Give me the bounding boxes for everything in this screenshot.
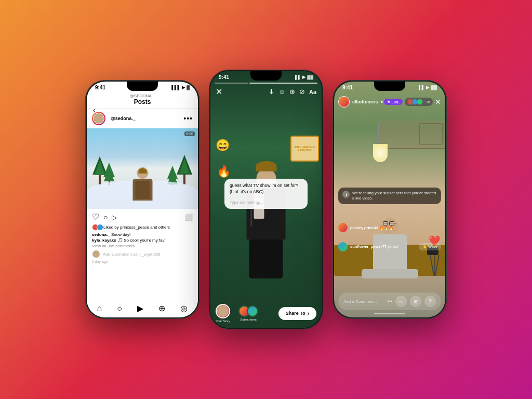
header-username: @SEDONA._ xyxy=(93,94,192,98)
status-time-1: 9:41 xyxy=(95,85,105,90)
live-comment-1: paisley.print.48 🔥🔥🔥 xyxy=(338,223,441,232)
comment2-text: sunflower_power77 joined xyxy=(350,244,398,249)
viewers-count: +6 xyxy=(426,100,430,104)
caption-row: sedona._ Snow day! xyxy=(87,232,198,237)
live-bottom-icons: ••• ⇨ ⊕ ? xyxy=(388,296,436,307)
comment1-text: paisley.print.48 🔥🔥🔥 xyxy=(350,225,393,230)
posts-header: ‹ @SEDONA._ Posts xyxy=(87,91,198,109)
notch-3 xyxy=(374,82,405,91)
live-user-avatar[interactable] xyxy=(338,96,350,108)
nav-reels[interactable]: ▶ xyxy=(137,303,143,313)
comment2-avatar xyxy=(338,242,348,251)
story-avatars-row: Your Story Subscribers xyxy=(216,304,258,323)
phones-container: 9:41 ▌▌▌ ▶ ▓ ‹ @SEDONA._ Posts xyxy=(75,59,457,340)
comment-button[interactable] xyxy=(103,212,108,222)
story-top-bar: ✕ ⬇ ☺ ⊕ ⊘ Aa xyxy=(210,84,322,100)
live-user-info: elliottnorris ▾ xyxy=(338,96,383,108)
nav-profile[interactable]: ◎ xyxy=(180,303,188,313)
nav-shop[interactable]: ⊕ xyxy=(158,303,165,313)
live-star-icon: ★ xyxy=(387,100,390,104)
story-bottom: Your Story Subscribers Share To xyxy=(210,299,322,328)
story-icons: ⬇ ☺ ⊕ ⊘ Aa xyxy=(269,88,316,96)
status-icons-2: ▌▌ ▶ ▓▓ xyxy=(295,75,313,79)
header-title: Posts xyxy=(93,98,192,105)
post-person xyxy=(128,167,157,209)
status-icons-1: ▌▌▌ ▶ ▓ xyxy=(171,85,190,90)
subscribers-story-item[interactable]: Subscribers xyxy=(238,305,258,321)
notch-1 xyxy=(127,82,158,91)
more-options-button[interactable]: ••• xyxy=(183,114,193,123)
live-notification: ℹ We're telling your subscribers that yo… xyxy=(338,188,441,204)
notch-2 xyxy=(250,71,282,81)
nav-search[interactable]: ○ xyxy=(117,304,122,313)
dots-button[interactable]: ••• xyxy=(388,299,392,304)
video-timer: 0:00 xyxy=(184,131,195,136)
nav-home[interactable]: ⌂ xyxy=(97,304,102,313)
phone-2: 9:41 ▌▌ ▶ ▓▓ ✕ ⬇ xyxy=(209,70,323,329)
time-ago: 1 day ago xyxy=(87,259,198,264)
live-chevron-icon: ▾ xyxy=(381,100,383,104)
share-to-button[interactable]: Share To › xyxy=(278,307,316,320)
heart-reactions: ❤️ xyxy=(429,235,440,246)
story-close-button[interactable]: ✕ xyxy=(216,87,222,97)
add-person-icon[interactable]: ⊕ xyxy=(410,296,421,307)
post-user-row: @sedona._ ••• xyxy=(87,109,198,128)
liked-text: Liked by princess_peace and others xyxy=(103,225,170,230)
post-image: 0:00 xyxy=(87,128,198,209)
story-question-text: guess what TV show im on set for? (hint:… xyxy=(230,183,302,194)
bookmark-button[interactable] xyxy=(184,212,193,222)
emoji-decoration-1: 😄 xyxy=(216,139,230,152)
comment1-avatar xyxy=(338,223,348,232)
phone-3: 9:41 ▌▌ ▶ ▓▓ elliottnorris ▾ xyxy=(332,80,447,319)
story-question-box[interactable]: guess what TV show im on set for? (hint:… xyxy=(224,179,308,208)
share-arrow: › xyxy=(308,311,309,316)
viewers-badge: +6 xyxy=(405,98,433,106)
add-comment-row: Add a comment as lil_wyatt838 xyxy=(87,249,198,259)
live-close-button[interactable]: ✕ xyxy=(435,98,441,106)
live-notif-text: We're telling your subscribers that you'… xyxy=(352,191,437,201)
emoji-icon[interactable]: ☺ xyxy=(278,88,285,96)
link-icon[interactable]: ⊕ xyxy=(289,88,295,96)
download-icon[interactable]: ⬇ xyxy=(269,88,274,96)
emoji-decoration-2: 🔥 xyxy=(217,165,231,178)
share-to-label: Share To xyxy=(286,311,305,316)
view-comments-link[interactable]: View all 365 comments xyxy=(87,243,198,249)
question-icon[interactable]: ? xyxy=(424,296,436,307)
influencer-lagoon-sign: INFLUENCER LAGOON xyxy=(290,136,319,162)
info-icon: ℹ xyxy=(342,191,350,198)
live-comment-2: sunflower_power77 joined 👋 Wave xyxy=(338,242,441,251)
cabinet xyxy=(379,121,445,149)
live-lamp xyxy=(373,123,383,162)
home-indicator xyxy=(374,313,405,314)
comment-placeholder: Add a Comment... xyxy=(343,299,377,304)
add-comment-input[interactable]: Add a comment as lil_wyatt838 xyxy=(103,252,161,257)
share-button[interactable] xyxy=(112,212,117,222)
live-comment-bar[interactable]: Add a Comment... ••• ⇨ ⊕ ? xyxy=(338,292,441,310)
live-bottom-bar: Add a Comment... ••• ⇨ ⊕ ? xyxy=(334,289,445,317)
share-icon[interactable]: ⇨ xyxy=(395,296,407,307)
live-top-bar: elliottnorris ▾ ★ LIVE xyxy=(334,93,445,111)
post-actions xyxy=(87,209,198,223)
status-time-3: 9:41 xyxy=(342,85,353,90)
subscribers-label: Subscribers xyxy=(238,318,258,321)
back-button[interactable]: ‹ xyxy=(93,106,96,114)
bottom-nav: ⌂ ○ ▶ ⊕ ◎ xyxy=(87,299,198,317)
your-story-item[interactable]: Your Story xyxy=(216,304,230,323)
comment-row: kyia_kayaks 🎵 So cool! you're my fav xyxy=(87,237,198,243)
your-story-label: Your Story xyxy=(216,320,230,323)
live-username[interactable]: elliottnorris xyxy=(352,99,378,104)
post-username[interactable]: @sedona._ xyxy=(111,116,136,121)
like-button[interactable] xyxy=(92,212,99,222)
story-input[interactable]: Type something.... xyxy=(230,197,302,205)
text-icon[interactable]: Aa xyxy=(309,89,316,95)
liked-row: Liked by princess_peace and others xyxy=(87,223,198,232)
status-time-2: 9:41 xyxy=(219,74,229,80)
phone-1: 9:41 ▌▌▌ ▶ ▓ ‹ @SEDONA._ Posts xyxy=(85,80,200,319)
status-icons-3: ▌▌ ▶ ▓▓ xyxy=(419,85,437,90)
live-badge: ★ LIVE xyxy=(384,99,403,105)
mute-icon[interactable]: ⊘ xyxy=(299,88,305,96)
